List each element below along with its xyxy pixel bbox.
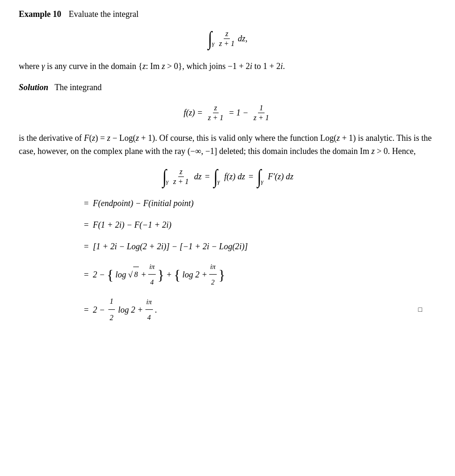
mid-int-sign: ∫ <box>213 167 218 186</box>
page-content: Example 10 Evaluate the integral ∫ γ z z… <box>19 9 436 325</box>
eq-log2: log 2 + <box>182 266 207 283</box>
integrand-fraction: z z + 1 <box>218 30 236 48</box>
fz-num: z <box>213 104 219 113</box>
fz-den2: z + 1 <box>252 113 270 122</box>
eq-ipi4-final-frac: iπ 4 <box>145 295 153 324</box>
fz-fraction2: 1 z + 1 <box>252 104 270 122</box>
eq-half-frac: 1 2 <box>108 294 115 325</box>
eq-period: . <box>155 301 158 318</box>
eq-plus-1: + <box>141 266 146 283</box>
fz-den: z + 1 <box>206 113 225 122</box>
fz-display: f(z) = z z + 1 = 1 − 1 z + 1 <box>19 104 436 122</box>
eq-equals-1: = <box>75 195 89 212</box>
eq-curly-content: 2 − { log √ 8 + iπ 4 } + { log 2 + iπ <box>93 260 225 289</box>
derivative-text: is the derivative of F(z) = z − Log(z + … <box>19 133 432 156</box>
lhs-dz: dz <box>192 172 202 182</box>
mid-int-container: ∫ γ <box>213 167 221 186</box>
sqrt-radicand: 8 <box>133 267 139 282</box>
denominator-zplus1: z + 1 <box>218 39 236 48</box>
eq-row-values: = F(1 + 2i) − F(−1 + 2i) <box>75 216 436 233</box>
example-title: Evaluate the integral <box>69 9 139 19</box>
eq-row-final: = 2 − 1 2 log 2 + iπ 4 . □ <box>75 294 436 325</box>
aligned-equations: = F(endpoint) − F(initial point) = F(1 +… <box>75 195 436 325</box>
eq-ipi4-frac: iπ 4 <box>148 260 156 289</box>
rhs-integral: ∫ γ F′(z) dz <box>257 167 294 186</box>
solution-label: Solution <box>19 83 48 92</box>
lhs-num: z <box>178 168 184 177</box>
eq-row-log: = [1 + 2i − Log(2 + 2i)] − [−1 + 2i − Lo… <box>75 238 436 255</box>
eq-log-sqrt8: log <box>115 266 126 283</box>
left-brace-2: { <box>174 268 180 282</box>
fz-formula: f(z) = z z + 1 = 1 − 1 z + 1 <box>183 104 271 122</box>
rhs-fprime: F′(z) dz <box>265 172 293 182</box>
eq-equals-3: = <box>75 238 89 255</box>
solution-text: The integrand <box>51 83 102 92</box>
mid-fz: f(z) dz <box>222 172 245 182</box>
right-brace-1: } <box>158 268 164 282</box>
integral-display: ∫ γ z z + 1 dz, <box>19 29 436 48</box>
sqrt-8: √ 8 <box>128 266 139 283</box>
fz-num2: 1 <box>258 104 265 113</box>
where-text: where γ is any curve in the domain {z: I… <box>19 61 285 71</box>
eq-equals-2: = <box>75 216 89 233</box>
eq-plus-2: + <box>166 266 172 283</box>
lhs-frac: z z + 1 <box>172 168 190 186</box>
example-label: Example 10 <box>19 9 61 19</box>
solution-paragraph: Solution The integrand <box>19 81 436 94</box>
integral-sign: ∫ <box>208 29 212 48</box>
eq-endpoint-text: F(endpoint) − F(initial point) <box>93 195 194 212</box>
example-header: Example 10 Evaluate the integral <box>19 9 436 19</box>
eq-final-2minus: 2 − <box>93 301 105 318</box>
mid-integral: ∫ γ f(z) dz <box>213 167 245 186</box>
main-integral-equation: ∫ γ z z + 1 dz = ∫ γ f(z) dz = ∫ γ <box>19 167 436 186</box>
eq-row-curly: = 2 − { log √ 8 + iπ 4 } + { log 2 + <box>75 260 436 289</box>
eq-equals-4: = <box>75 266 89 283</box>
eq-curly-2minus: 2 − <box>93 266 105 283</box>
left-brace-1: { <box>107 268 114 282</box>
eq-sign-2: = <box>248 172 254 182</box>
eq-half-den: 2 <box>108 310 115 325</box>
eq-log-text: [1 + 2i − Log(2 + 2i)] − [−1 + 2i − Log(… <box>93 238 248 255</box>
derivative-paragraph: is the derivative of F(z) = z − Log(z + … <box>19 131 436 159</box>
qed-box: □ <box>418 303 422 316</box>
eq-row-endpoint: = F(endpoint) − F(initial point) <box>75 195 436 212</box>
eq-ipi2-frac: iπ 2 <box>209 260 217 289</box>
eq-sign-1: = <box>205 172 210 182</box>
eq-equals-5: = <box>75 301 89 318</box>
fz-label: f(z) = <box>183 108 203 118</box>
eq-half-num: 1 <box>108 294 115 310</box>
lhs-int-sign: ∫ <box>162 167 167 186</box>
integral-symbol-container: ∫ γ <box>207 29 216 48</box>
integral-expression: ∫ γ z z + 1 dz, <box>207 29 247 48</box>
lhs-den: z + 1 <box>172 177 190 186</box>
integral-subscript: γ <box>212 40 214 47</box>
rhs-int-sign: ∫ <box>257 167 261 186</box>
eq-values-text: F(1 + 2i) − F(−1 + 2i) <box>93 216 172 233</box>
dz-label: dz, <box>238 34 248 44</box>
right-brace-2: } <box>219 268 225 282</box>
eq-final-content: 2 − 1 2 log 2 + iπ 4 . <box>93 294 157 325</box>
fz-fraction: z z + 1 <box>206 104 225 122</box>
eq-log2-final: log 2 + <box>118 301 143 318</box>
where-paragraph: where γ is any curve in the domain {z: I… <box>19 60 436 73</box>
fz-equals-1: = 1 − <box>228 108 248 118</box>
sqrt-sign: √ <box>128 266 133 283</box>
rhs-int-container: ∫ γ <box>257 167 265 186</box>
numerator-z: z <box>224 30 229 39</box>
lhs-integral: ∫ γ z z + 1 dz <box>162 167 202 186</box>
lhs-int-container: ∫ γ <box>162 167 170 186</box>
